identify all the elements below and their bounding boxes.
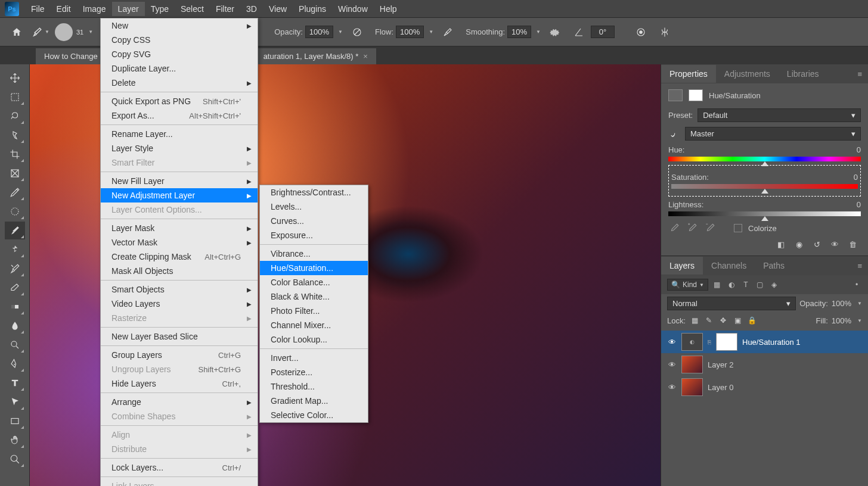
gradient-tool[interactable] [5, 298, 25, 316]
menu-type[interactable]: Type [145, 2, 175, 16]
lock-position-icon[interactable]: ✥ [718, 315, 728, 326]
menu-edit[interactable]: Edit [51, 2, 77, 16]
layer-opacity-value[interactable]: 100% [832, 299, 851, 308]
menu-filter[interactable]: Filter [210, 2, 240, 16]
flow-value[interactable]: 100% [396, 26, 424, 38]
channels-tab[interactable]: Channels [703, 257, 755, 275]
pressure-size-icon[interactable] [631, 23, 650, 42]
menu-select[interactable]: Select [175, 2, 210, 16]
eraser-tool[interactable] [5, 279, 25, 297]
filter-smart-icon[interactable]: ◈ [769, 279, 780, 290]
hue-value[interactable]: 0 [857, 145, 861, 154]
lock-transparency-icon[interactable]: ▦ [689, 315, 700, 326]
menu-item-delete[interactable]: Delete▶ [101, 76, 258, 90]
menu-layer[interactable]: Layer [112, 2, 145, 16]
menu-item-exposure-[interactable]: Exposure... [260, 228, 368, 242]
brush-tool-icon[interactable]: ▼ [31, 23, 50, 42]
layer-filter-kind[interactable]: 🔍 Kind ▼ [667, 279, 708, 291]
menu-item-color-lookup-[interactable]: Color Lookup... [260, 332, 368, 347]
menu-item-video-layers[interactable]: Video Layers▶ [101, 297, 258, 311]
menu-item-new-layer-based-slice[interactable]: New Layer Based Slice [101, 329, 258, 344]
lasso-tool[interactable] [5, 107, 25, 125]
blend-mode-select[interactable]: Normal▾ [667, 297, 796, 310]
menu-item-levels-[interactable]: Levels... [260, 200, 368, 214]
lock-all-icon[interactable]: 🔒 [746, 315, 757, 326]
brush-size-control[interactable]: 31 ▼ [55, 23, 93, 41]
menu-item-copy-css[interactable]: Copy CSS [101, 33, 258, 47]
visibility-eye-icon[interactable]: 👁 [667, 337, 677, 347]
menu-item-duplicate-layer-[interactable]: Duplicate Layer... [101, 61, 258, 76]
menu-item-export-as-[interactable]: Export As...Alt+Shift+Ctrl+' [101, 108, 258, 123]
menu-item-quick-export-as-png[interactable]: Quick Export as PNGShift+Ctrl+' [101, 94, 258, 108]
eyedropper-icon[interactable] [668, 222, 680, 234]
crop-tool[interactable] [5, 145, 25, 163]
frame-tool[interactable] [5, 164, 25, 182]
colorize-checkbox[interactable] [734, 224, 742, 232]
lock-image-icon[interactable]: ✎ [703, 315, 714, 326]
menu-item-channel-mixer-[interactable]: Channel Mixer... [260, 318, 368, 332]
blur-tool[interactable] [5, 317, 25, 335]
menu-item-layer-style[interactable]: Layer Style▶ [101, 141, 258, 155]
menu-item-hue-saturation-[interactable]: Hue/Saturation... [260, 261, 368, 275]
eyedropper-plus-icon[interactable] [686, 222, 698, 234]
hand-tool[interactable] [5, 431, 25, 449]
menu-file[interactable]: File [25, 2, 51, 16]
menu-3d[interactable]: 3D [240, 2, 263, 16]
clone-stamp-tool[interactable] [5, 241, 25, 258]
pen-tool[interactable] [5, 355, 25, 373]
filter-adjust-icon[interactable]: ◐ [726, 279, 737, 290]
menu-item-hide-layers[interactable]: Hide LayersCtrl+, [101, 376, 258, 391]
filter-type-icon[interactable]: T [740, 279, 751, 290]
eyedropper-minus-icon[interactable] [704, 222, 716, 234]
marquee-tool[interactable] [5, 88, 25, 106]
lock-artboard-icon[interactable]: ▣ [732, 315, 743, 326]
menu-item-mask-all-objects[interactable]: Mask All Objects [101, 264, 258, 278]
preset-select[interactable]: Default▾ [698, 108, 861, 122]
layers-tab[interactable]: Layers [661, 257, 703, 275]
symmetry-icon[interactable] [655, 23, 674, 42]
panel-menu-icon[interactable]: ≡ [851, 70, 868, 79]
filter-shape-icon[interactable]: ▢ [755, 279, 765, 290]
properties-tab[interactable]: Properties [661, 65, 716, 83]
type-tool[interactable] [5, 374, 25, 392]
menu-item-vibrance-[interactable]: Vibrance... [260, 247, 368, 261]
hue-slider[interactable] [668, 157, 861, 161]
move-tool[interactable] [5, 69, 25, 87]
opacity-value[interactable]: 100% [305, 26, 333, 38]
menu-view[interactable]: View [263, 2, 293, 16]
pressure-opacity-icon[interactable] [348, 23, 367, 42]
menu-item-color-balance-[interactable]: Color Balance... [260, 275, 368, 289]
menu-item-threshold-[interactable]: Threshold... [260, 379, 368, 394]
fill-value[interactable]: 100% [832, 316, 851, 325]
path-select-tool[interactable] [5, 393, 25, 411]
menu-item-curves-[interactable]: Curves... [260, 214, 368, 228]
reset-icon[interactable]: ↺ [811, 239, 823, 250]
visibility-eye-icon[interactable]: 👁 [667, 382, 677, 392]
rectangle-tool[interactable] [5, 412, 25, 430]
menu-item-black-white-[interactable]: Black & White... [260, 289, 368, 304]
angle-value[interactable]: 0° [591, 26, 615, 38]
menu-help[interactable]: Help [374, 2, 403, 16]
healing-tool[interactable] [5, 202, 25, 220]
menu-item-group-layers[interactable]: Group LayersCtrl+G [101, 348, 258, 362]
layers-menu-icon[interactable]: ≡ [851, 261, 868, 270]
menu-item-lock-layers-[interactable]: Lock Layers...Ctrl+/ [101, 460, 258, 475]
view-previous-icon[interactable]: ◉ [793, 239, 805, 250]
menu-item-posterize-[interactable]: Posterize... [260, 365, 368, 379]
clip-toggle-icon[interactable]: ◧ [775, 239, 787, 250]
menu-item-layer-mask[interactable]: Layer Mask▶ [101, 221, 258, 235]
lightness-slider[interactable] [668, 211, 861, 216]
layer-row[interactable]: 👁◐⎘Hue/Saturation 1 [661, 331, 868, 353]
airbrush-icon[interactable] [438, 23, 457, 42]
visibility-icon[interactable]: 👁 [829, 239, 841, 250]
menu-item-copy-svg[interactable]: Copy SVG [101, 47, 258, 61]
menu-item-new-fill-layer[interactable]: New Fill Layer▶ [101, 174, 258, 188]
eyedropper-tool[interactable] [5, 183, 25, 201]
visibility-eye-icon[interactable]: 👁 [667, 360, 677, 369]
menu-item-invert-[interactable]: Invert... [260, 351, 368, 365]
gear-icon[interactable] [545, 23, 565, 42]
libraries-tab[interactable]: Libraries [779, 65, 827, 83]
paths-tab[interactable]: Paths [755, 257, 793, 275]
menu-item-rename-layer-[interactable]: Rename Layer... [101, 127, 258, 141]
menu-item-photo-filter-[interactable]: Photo Filter... [260, 304, 368, 318]
